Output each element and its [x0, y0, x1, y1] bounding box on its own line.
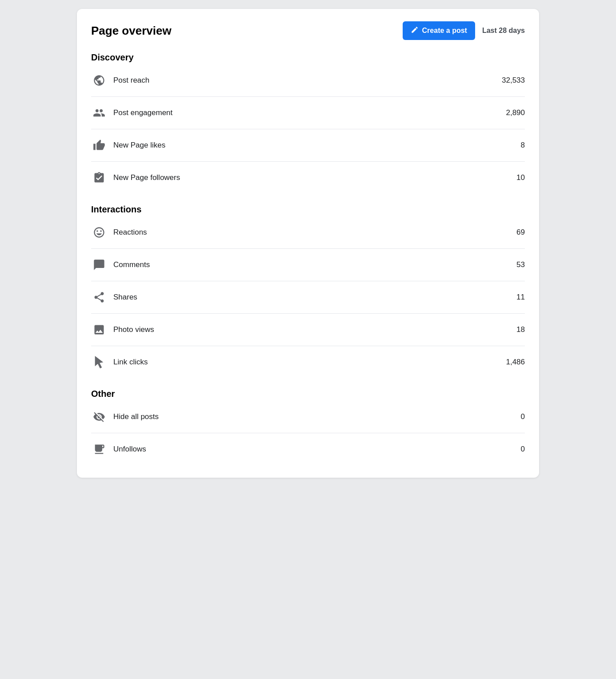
metric-label-comments: Comments: [113, 260, 150, 269]
section-interactions: InteractionsReactions69Comments53Shares1…: [91, 204, 525, 378]
metric-label-photo-views: Photo views: [113, 325, 154, 334]
page-header: Page overview Create a post Last 28 days: [91, 21, 525, 40]
globe-icon: [91, 72, 107, 88]
metric-row-post-engagement[interactable]: Post engagement2,890: [91, 97, 525, 129]
page-overview-card: Page overview Create a post Last 28 days…: [77, 9, 539, 478]
metric-value-link-clicks: 1,486: [506, 358, 525, 367]
header-actions: Create a post Last 28 days: [403, 21, 525, 40]
section-title-other: Other: [91, 389, 525, 399]
metric-value-post-reach: 32,533: [502, 76, 525, 85]
metric-label-post-reach: Post reach: [113, 76, 149, 85]
metric-row-post-reach[interactable]: Post reach32,533: [91, 64, 525, 97]
unfollow-icon: [91, 441, 107, 457]
metric-row-shares[interactable]: Shares11: [91, 281, 525, 314]
page-title: Page overview: [91, 24, 172, 38]
create-post-label: Create a post: [422, 27, 467, 35]
cursor-icon: [91, 354, 107, 370]
create-post-button[interactable]: Create a post: [403, 21, 475, 40]
create-post-icon: [411, 26, 419, 36]
metric-row-new-page-likes[interactable]: New Page likes8: [91, 129, 525, 162]
metric-value-new-page-likes: 8: [521, 141, 525, 150]
metric-value-shares: 11: [516, 293, 525, 302]
share-icon: [91, 289, 107, 305]
sections-container: DiscoveryPost reach32,533Post engagement…: [91, 52, 525, 465]
metric-label-new-page-followers: New Page followers: [113, 173, 180, 182]
metric-value-post-engagement: 2,890: [506, 108, 525, 117]
metric-label-post-engagement: Post engagement: [113, 108, 172, 117]
metric-label-hide-all-posts: Hide all posts: [113, 412, 159, 421]
metric-row-new-page-followers[interactable]: New Page followers10: [91, 162, 525, 194]
metric-left-shares: Shares: [91, 289, 137, 305]
eye-slash-icon: [91, 409, 107, 425]
metric-value-reactions: 69: [516, 228, 525, 237]
metric-label-reactions: Reactions: [113, 228, 147, 237]
metric-value-photo-views: 18: [516, 325, 525, 334]
metric-left-hide-all-posts: Hide all posts: [91, 409, 159, 425]
metric-left-new-page-followers: New Page followers: [91, 170, 180, 186]
metric-label-unfollows: Unfollows: [113, 445, 146, 454]
metric-left-post-reach: Post reach: [91, 72, 149, 88]
metric-row-unfollows[interactable]: Unfollows0: [91, 433, 525, 465]
people-icon: [91, 105, 107, 121]
clipboard-check-icon: [91, 170, 107, 186]
section-discovery: DiscoveryPost reach32,533Post engagement…: [91, 52, 525, 194]
metric-left-unfollows: Unfollows: [91, 441, 146, 457]
metric-label-shares: Shares: [113, 293, 137, 302]
date-range: Last 28 days: [482, 27, 525, 35]
metric-value-comments: 53: [516, 260, 525, 269]
thumbs-up-icon: [91, 137, 107, 153]
metric-row-reactions[interactable]: Reactions69: [91, 216, 525, 249]
metric-value-new-page-followers: 10: [516, 173, 525, 182]
metric-left-photo-views: Photo views: [91, 322, 154, 338]
metric-value-unfollows: 0: [521, 445, 525, 454]
metric-value-hide-all-posts: 0: [521, 412, 525, 421]
metric-row-comments[interactable]: Comments53: [91, 249, 525, 281]
metric-row-hide-all-posts[interactable]: Hide all posts0: [91, 401, 525, 433]
comment-icon: [91, 257, 107, 273]
metric-label-new-page-likes: New Page likes: [113, 141, 165, 150]
emoji-icon: [91, 224, 107, 240]
metric-left-new-page-likes: New Page likes: [91, 137, 165, 153]
metric-row-link-clicks[interactable]: Link clicks1,486: [91, 346, 525, 378]
metric-left-link-clicks: Link clicks: [91, 354, 148, 370]
photo-icon: [91, 322, 107, 338]
metric-left-post-engagement: Post engagement: [91, 105, 172, 121]
section-title-discovery: Discovery: [91, 52, 525, 63]
metric-label-link-clicks: Link clicks: [113, 358, 148, 367]
metric-left-comments: Comments: [91, 257, 150, 273]
section-other: OtherHide all posts0Unfollows0: [91, 389, 525, 465]
metric-left-reactions: Reactions: [91, 224, 147, 240]
metric-row-photo-views[interactable]: Photo views18: [91, 314, 525, 346]
section-title-interactions: Interactions: [91, 204, 525, 215]
